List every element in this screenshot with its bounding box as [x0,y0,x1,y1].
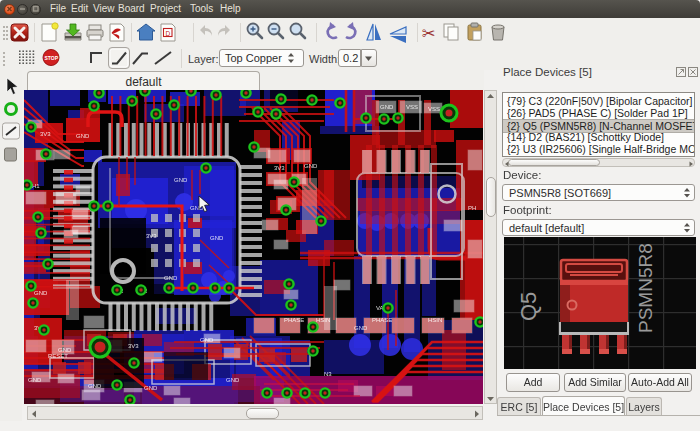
svg-text:GND: GND [164,275,178,281]
svg-text:PH: PH [468,205,476,211]
svg-text:GND: GND [210,235,224,241]
svg-text:PSMN5R8: PSMN5R8 [635,243,656,333]
svg-text:GND: GND [34,290,48,296]
svg-text:✂: ✂ [422,25,435,42]
svg-text:GND: GND [174,177,188,183]
svg-text:HSIN: HSIN [316,317,330,323]
svg-text:GND: GND [226,377,240,383]
svg-text:HSIN: HSIN [428,317,442,323]
svg-text:GND: GND [88,383,102,389]
svg-text:3V3: 3V3 [128,343,139,349]
svg-text:STOP: STOP [45,55,59,61]
svg-text:3V3: 3V3 [40,131,51,137]
svg-text:GND: GND [354,325,368,331]
svg-text:3V3: 3V3 [274,165,285,171]
svg-text:GND: GND [200,337,214,343]
svg-text:VSS: VSS [428,106,440,112]
svg-text:GND: GND [28,377,42,383]
svg-text:D: D [166,30,171,37]
svg-text:Q5: Q5 [516,292,541,321]
svg-text:PHASE: PHASE [284,317,304,323]
svg-text:GND: GND [144,385,158,391]
svg-text:PHASE: PHASE [372,317,392,323]
svg-text:GND: GND [380,104,394,110]
svg-text:N3: N3 [324,371,332,377]
svg-text:RESET: RESET [48,353,68,359]
svg-text:3V3: 3V3 [146,233,157,239]
svg-text:VSS: VSS [406,104,418,110]
svg-text:GND: GND [76,133,90,139]
svg-text:GND: GND [304,163,318,169]
